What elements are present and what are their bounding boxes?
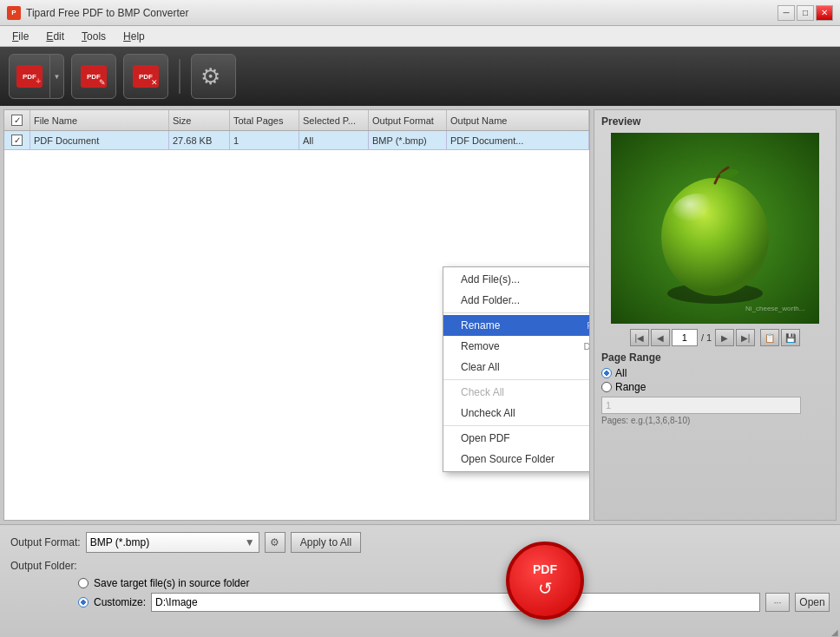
cell-output-name: PDF Document...: [447, 131, 589, 149]
format-select-arrow: ▼: [245, 536, 255, 548]
convert-button[interactable]: PDF ↺: [506, 542, 584, 620]
ctx-add-folder[interactable]: Add Folder...: [443, 290, 590, 311]
file-list-area: File Name Size Total Pages Selected P...…: [3, 109, 590, 521]
page-total: / 1: [701, 332, 712, 343]
add-pdf-dropdown[interactable]: ▼: [50, 54, 64, 99]
ctx-open-pdf[interactable]: Open PDF: [443, 428, 590, 449]
ctx-remove[interactable]: Remove Del: [443, 336, 590, 357]
add-pdf-button[interactable]: PDF +: [9, 54, 50, 99]
header-size: Size: [169, 110, 230, 130]
svg-point-3: [661, 178, 769, 296]
svg-point-4: [672, 194, 724, 237]
bottom-panel: Output Format: BMP (*.bmp) ▼ ⚙ Apply to …: [0, 524, 840, 637]
radio-customize[interactable]: [78, 597, 89, 607]
customize-row: Customize: ··· Open: [78, 593, 830, 612]
save-source-row[interactable]: Save target file(s) in source folder: [78, 577, 830, 589]
header-total-pages: Total Pages: [230, 110, 299, 130]
row-checkbox[interactable]: [11, 135, 23, 146]
apply-to-all-button[interactable]: Apply to All: [291, 532, 361, 553]
next-page-button[interactable]: ▶: [715, 329, 734, 346]
ctx-check-all: Check All: [443, 382, 590, 403]
format-settings-button[interactable]: ⚙: [265, 532, 285, 553]
context-menu: Add File(s)... Add Folder... Rename F2 R…: [443, 266, 590, 472]
menu-help[interactable]: Help: [115, 29, 154, 44]
edit-pdf-icon: PDF ✎: [81, 65, 107, 88]
ctx-rename[interactable]: Rename F2: [443, 315, 590, 336]
ctx-uncheck-all[interactable]: Uncheck All: [443, 403, 590, 424]
browse-button[interactable]: ···: [765, 593, 790, 612]
menu-edit[interactable]: Edit: [37, 29, 73, 44]
copy-icon-button[interactable]: 📋: [760, 329, 779, 346]
ctx-separator-2: [443, 379, 590, 380]
preview-image: Ni_cheese_worth...: [611, 133, 819, 324]
ctx-separator-3: [443, 425, 590, 426]
header-check[interactable]: [4, 110, 30, 130]
title-bar-left: P Tipard Free PDF to BMP Converter: [7, 6, 188, 20]
range-range-option[interactable]: Range: [601, 381, 829, 393]
menu-file[interactable]: File: [3, 29, 37, 44]
restore-button[interactable]: □: [797, 5, 814, 21]
add-pdf-icon: PDF +: [16, 65, 43, 88]
cell-output-format: BMP (*.bmp): [369, 131, 447, 149]
header-output-format: Output Format: [369, 110, 447, 130]
cell-selected-pages: All: [299, 131, 369, 149]
cell-total-pages: 1: [230, 131, 299, 149]
header-selected-pages: Selected P...: [299, 110, 369, 130]
window-controls: ─ □ ✕: [778, 5, 833, 21]
preview-title: Preview: [598, 114, 832, 129]
customize-label: Customize:: [94, 596, 146, 608]
output-folder-row: Output Folder:: [10, 560, 830, 572]
prev-page-button[interactable]: ◀: [651, 329, 670, 346]
ctx-add-files[interactable]: Add File(s)...: [443, 269, 590, 290]
select-all-checkbox[interactable]: [11, 115, 23, 126]
radio-range[interactable]: [601, 382, 612, 392]
radio-range-label: Range: [615, 381, 646, 393]
preview-panel: Preview: [594, 109, 837, 521]
ctx-open-source-folder[interactable]: Open Source Folder: [443, 449, 590, 470]
menu-tools[interactable]: Tools: [73, 29, 115, 44]
range-all-option[interactable]: All: [601, 367, 829, 379]
page-number-input[interactable]: [672, 329, 698, 346]
resize-handle[interactable]: ◢: [830, 627, 840, 637]
minimize-button[interactable]: ─: [778, 5, 795, 21]
radio-all[interactable]: [601, 368, 612, 378]
settings-button[interactable]: ⚙: [191, 54, 236, 99]
menu-bar: File Edit Tools Help: [0, 26, 840, 47]
output-format-row: Output Format: BMP (*.bmp) ▼ ⚙ Apply to …: [10, 532, 830, 553]
table-row[interactable]: PDF Document 27.68 KB 1 All BMP (*.bmp) …: [4, 131, 589, 150]
first-page-button[interactable]: |◀: [630, 329, 649, 346]
file-list-header: File Name Size Total Pages Selected P...…: [4, 110, 589, 131]
add-pdf-group: PDF + ▼: [9, 54, 64, 99]
svg-text:Ni_cheese_worth...: Ni_cheese_worth...: [745, 305, 804, 312]
row-check[interactable]: [4, 131, 30, 149]
path-input[interactable]: [151, 593, 760, 612]
save-source-label: Save target file(s) in source folder: [94, 577, 249, 589]
main-area: File Name Size Total Pages Selected P...…: [0, 106, 840, 524]
page-range-title: Page Range: [601, 351, 829, 364]
window-title: Tipard Free PDF to BMP Converter: [26, 7, 188, 19]
remove-pdf-button[interactable]: PDF ✕: [123, 54, 168, 99]
last-page-button[interactable]: ▶|: [736, 329, 755, 346]
cell-size: 27.68 KB: [169, 131, 230, 149]
output-format-label: Output Format:: [10, 536, 81, 548]
ctx-rename-shortcut: F2: [587, 320, 590, 331]
ctx-clear-all[interactable]: Clear All: [443, 357, 590, 378]
title-bar: P Tipard Free PDF to BMP Converter ─ □ ✕: [0, 0, 840, 26]
format-select[interactable]: BMP (*.bmp) ▼: [86, 532, 259, 553]
open-button[interactable]: Open: [795, 593, 830, 612]
output-folder-label: Output Folder:: [10, 560, 77, 572]
range-hint: Pages: e.g.(1,3,6,8-10): [601, 416, 829, 425]
radio-save-source[interactable]: [78, 578, 89, 588]
header-output-name: Output Name: [447, 110, 589, 130]
save-icon-button[interactable]: 💾: [781, 329, 800, 346]
close-button[interactable]: ✕: [816, 5, 833, 21]
toolbar-separator: [179, 59, 180, 94]
cell-filename: PDF Document: [30, 131, 169, 149]
app-icon: P: [7, 6, 21, 20]
edit-pdf-button[interactable]: PDF ✎: [71, 54, 116, 99]
preview-controls: |◀ ◀ / 1 ▶ ▶| 📋 💾: [598, 329, 832, 346]
range-input[interactable]: [601, 397, 801, 414]
gear-icon: ⚙: [200, 63, 226, 89]
ctx-remove-shortcut: Del: [583, 341, 590, 351]
page-range-section: Page Range All Range Pages: e.g.(1,3,6,8…: [598, 351, 832, 425]
